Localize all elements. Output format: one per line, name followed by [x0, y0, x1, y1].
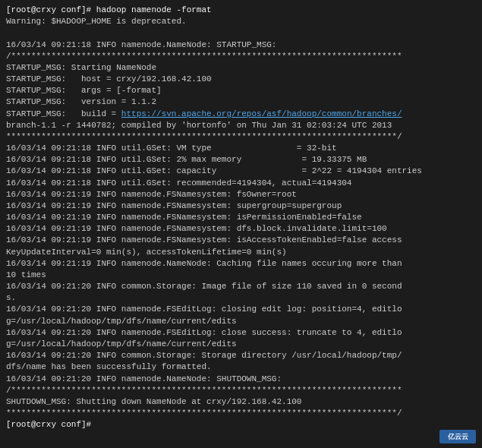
terminal-line: s. [6, 292, 476, 304]
terminal-line: 16/03/14 09:21:19 INFO namenode.NameNode… [6, 258, 476, 270]
terminal-line: STARTUP_MSG: args = [-format] [6, 85, 476, 96]
terminal-line: 16/03/14 09:21:18 INFO util.GSet: VM typ… [6, 143, 476, 154]
terminal-line: 16/03/14 09:21:18 INFO util.GSet: recomm… [6, 178, 476, 189]
terminal-line: KeyUpdateInterval=0 min(s), accessTokenL… [6, 247, 476, 258]
terminal-line: 16/03/14 09:21:20 INFO namenode.FSEditLo… [6, 327, 476, 339]
terminal-line: 16/03/14 09:21:20 INFO common.Storage: S… [6, 350, 476, 361]
terminal-line: 16/03/14 09:21:19 INFO namenode.FSNamesy… [6, 200, 476, 212]
terminal-line: g=/usr/local/hadoop/tmp/dfs/name/current… [6, 339, 476, 350]
terminal-line: 16/03/14 09:21:19 INFO namenode.FSNamesy… [6, 223, 476, 235]
terminal-line: 16/03/14 09:21:18 INFO util.GSet: capaci… [6, 166, 476, 177]
terminal-line: Warning: $HADOOP_HOME is deprecated. [6, 16, 476, 27]
terminal-line: STARTUP_MSG: version = 1.1.2 [6, 96, 476, 108]
terminal-line: 16/03/14 09:21:20 INFO namenode.NameNode… [6, 374, 476, 385]
terminal-line: branch-1.1 -r 1440782; compiled by 'hort… [6, 120, 476, 131]
terminal-line: [root@crxy conf]# hadoop namenode -forma… [6, 5, 476, 16]
terminal-line [6, 27, 476, 39]
terminal-line: STARTUP_MSG: Starting NameNode [6, 62, 476, 74]
terminal-line: dfs/name has been successfully formatted… [6, 361, 476, 373]
terminal-line: 16/03/14 09:21:18 INFO util.GSet: 2% max… [6, 154, 476, 166]
terminal-line: [root@crxy conf]# [6, 419, 476, 431]
terminal-line: 16/03/14 09:21:20 INFO common.Storage: I… [6, 281, 476, 292]
terminal-line: g=/usr/local/hadoop/tmp/dfs/name/current… [6, 316, 476, 327]
terminal-line: 10 times [6, 270, 476, 281]
terminal-line: ****************************************… [6, 131, 476, 143]
watermark-logo: 亿云云 [439, 430, 476, 443]
terminal-window[interactable]: [root@crxy conf]# hadoop namenode -forma… [0, 0, 482, 448]
terminal-line: 16/03/14 09:21:19 INFO namenode.FSNamesy… [6, 189, 476, 200]
terminal-line: 16/03/14 09:21:18 INFO namenode.NameNode… [6, 39, 476, 51]
terminal-line: STARTUP_MSG: build = https://svn.apache.… [6, 109, 476, 120]
watermark: 亿云云 [439, 430, 476, 443]
terminal-line: /***************************************… [6, 51, 476, 62]
terminal-line: 16/03/14 09:21:20 INFO namenode.FSEditLo… [6, 304, 476, 315]
terminal-line: /***************************************… [6, 385, 476, 396]
terminal-line: ****************************************… [6, 408, 476, 419]
terminal-line: 16/03/14 09:21:19 INFO namenode.FSNamesy… [6, 212, 476, 223]
terminal-line: 16/03/14 09:21:19 INFO namenode.FSNamesy… [6, 235, 476, 246]
terminal-line: STARTUP_MSG: host = crxy/192.168.42.100 [6, 74, 476, 85]
terminal-content: [root@crxy conf]# hadoop namenode -forma… [6, 5, 476, 431]
terminal-line: SHUTDOWN_MSG: Shutting down NameNode at … [6, 396, 476, 408]
